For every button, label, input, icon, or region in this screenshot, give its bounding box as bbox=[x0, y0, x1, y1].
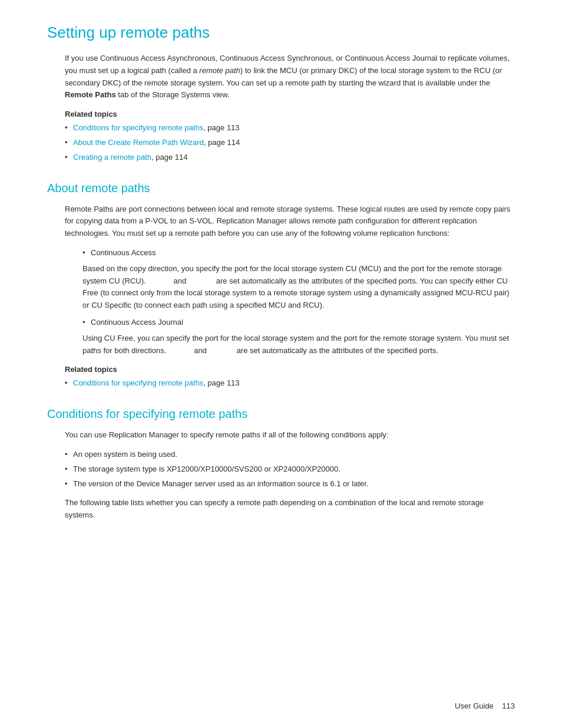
footer-page-number: 113 bbox=[502, 701, 515, 710]
sub-item-ca: Continuous Access bbox=[82, 247, 515, 259]
sub-item-ca-title: Continuous Access bbox=[91, 248, 156, 257]
caj-description: Using CU Free, you can specify the port … bbox=[82, 332, 515, 357]
about-body: Remote Paths are port connections betwee… bbox=[65, 203, 515, 240]
related-link-item: Conditions for specifying remote paths, … bbox=[65, 122, 515, 134]
about-related-link-1[interactable]: Conditions for specifying remote paths bbox=[73, 378, 203, 387]
about-related-links: Conditions for specifying remote paths, … bbox=[65, 377, 515, 390]
related-links-list-1: Conditions for specifying remote paths, … bbox=[65, 122, 515, 163]
sub-items-list: Continuous Access bbox=[82, 247, 515, 259]
related-link-1[interactable]: Conditions for specifying remote paths bbox=[73, 123, 203, 132]
sub-items-list-2: Continuous Access Journal bbox=[82, 317, 515, 329]
sub-item-caj-title: Continuous Access Journal bbox=[91, 318, 183, 327]
intro-bold: Remote Paths bbox=[65, 90, 116, 99]
section-title-conditions: Conditions for specifying remote paths bbox=[47, 407, 515, 421]
conditions-body: You can use Replication Manager to speci… bbox=[65, 429, 515, 442]
related-link-item: About the Create Remote Path Wizard, pag… bbox=[65, 137, 515, 149]
conditions-list: An open system is being used. The storag… bbox=[65, 449, 515, 490]
about-related-link-item: Conditions for specifying remote paths, … bbox=[65, 377, 515, 390]
page-footer: User Guide 113 bbox=[455, 701, 515, 710]
ca-description: Based on the copy direction, you specify… bbox=[82, 263, 515, 312]
intro-paragraph: If you use Continuous Access Asynchronou… bbox=[65, 52, 515, 101]
conditions-footer-text: The following table lists whether you ca… bbox=[65, 497, 515, 522]
section-title-about: About remote paths bbox=[47, 182, 515, 195]
condition-item-3: The version of the Device Manager server… bbox=[65, 478, 515, 490]
related-topics-label-1: Related topics bbox=[65, 110, 515, 118]
related-link-item: Creating a remote path, page 114 bbox=[65, 151, 515, 164]
condition-item-2: The storage system type is XP12000/XP100… bbox=[65, 463, 515, 476]
condition-item-1: An open system is being used. bbox=[65, 449, 515, 461]
sub-item-caj: Continuous Access Journal bbox=[82, 317, 515, 329]
intro-italic: remote path bbox=[199, 66, 240, 75]
related-topics-label-2: Related topics bbox=[65, 365, 515, 374]
related-link-3[interactable]: Creating a remote path bbox=[73, 153, 151, 162]
footer-label: User Guide bbox=[455, 701, 494, 710]
related-link-2[interactable]: About the Create Remote Path Wizard bbox=[73, 138, 204, 147]
page-container: Setting up remote paths If you use Conti… bbox=[0, 0, 562, 564]
page-title: Setting up remote paths bbox=[47, 24, 515, 42]
